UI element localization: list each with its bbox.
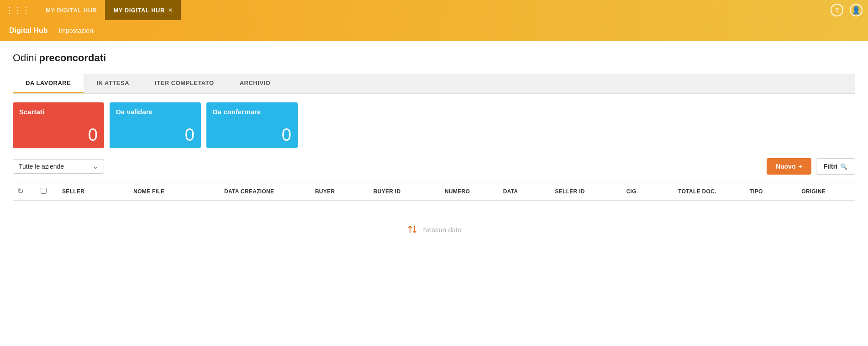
card-scartati[interactable]: Scartati 0 — [13, 102, 104, 148]
th-origine: ORIGINE — [797, 182, 855, 201]
card-da-confermare-label: Da confermare — [213, 108, 291, 116]
card-da-confermare-count: 0 — [213, 126, 291, 144]
card-da-validare-count: 0 — [116, 126, 195, 144]
tab-inactive[interactable]: MY DIGITAL HUB — [37, 0, 105, 20]
th-checkbox — [36, 182, 58, 201]
data-table-container: ↻ SELLER NOME FILE DATA CREAZIONE — [13, 182, 855, 258]
table-body: Nessun dato — [13, 201, 855, 259]
th-buyerid: BUYER ID — [369, 182, 440, 201]
empty-message: Nessun dato — [423, 226, 461, 234]
th-data: DATA — [499, 182, 551, 201]
nuovo-button[interactable]: Nuovo + — [767, 158, 811, 175]
nav-bar: Digital Hub Impostazioni — [0, 20, 868, 41]
help-icon[interactable]: ? — [831, 4, 843, 16]
th-buyer: BUYER — [310, 182, 369, 201]
th-seller: SELLER — [58, 182, 129, 201]
chevron-down-icon: ⌄ — [93, 163, 98, 170]
sort-icon — [406, 224, 418, 235]
empty-state-row: Nessun dato — [13, 201, 855, 259]
nuovo-label: Nuovo — [776, 163, 796, 170]
filtri-button[interactable]: Filtri 🔍 — [816, 158, 855, 175]
toolbar: Tutte le aziende ⌄ Nuovo + Filtri 🔍 — [13, 158, 855, 175]
th-nomefile: NOME FILE — [129, 182, 220, 201]
empty-state: Nessun dato — [13, 201, 855, 258]
th-totaledoc: TOTALE DOC. — [673, 182, 745, 201]
tab-active-label: MY DIGITAL HUB — [113, 7, 164, 14]
card-da-validare[interactable]: Da validare 0 — [110, 102, 201, 148]
filtri-label: Filtri — [824, 163, 837, 170]
th-cig: CIG — [622, 182, 674, 201]
select-all-checkbox[interactable] — [41, 188, 47, 194]
tab-da-lavorare[interactable]: DA LAVORARE — [13, 74, 84, 93]
tab-archivio[interactable]: ARCHIVIO — [227, 74, 284, 93]
cards-area: Scartati 0 Da validare 0 Da confermare 0 — [13, 94, 855, 158]
card-scartati-label: Scartati — [19, 108, 98, 116]
toolbar-right: Nuovo + Filtri 🔍 — [767, 158, 855, 175]
top-bar: ⋮⋮⋮ MY DIGITAL HUB MY DIGITAL HUB × ? 👤 — [0, 0, 868, 20]
grid-icon[interactable]: ⋮⋮⋮ — [5, 5, 30, 15]
card-scartati-count: 0 — [19, 126, 98, 144]
search-icon: 🔍 — [840, 163, 847, 170]
tabs-bar: DA LAVORARE IN ATTESA ITER COMPLETATO AR… — [13, 74, 855, 94]
tab-in-attesa[interactable]: IN ATTESA — [84, 74, 142, 93]
page-title-normal: Odini — [13, 52, 36, 64]
top-bar-right: ? 👤 — [831, 4, 863, 16]
company-select[interactable]: Tutte le aziende ⌄ — [13, 159, 104, 174]
th-sellerid: SELLER ID — [550, 182, 621, 201]
th-datacreazione: DATA CREAZIONE — [220, 182, 310, 201]
card-da-validare-label: Da validare — [116, 108, 195, 116]
th-numero: NUMERO — [440, 182, 499, 201]
refresh-icon[interactable]: ↻ — [17, 187, 23, 196]
card-da-confermare[interactable]: Da confermare 0 — [206, 102, 298, 148]
tab-active[interactable]: MY DIGITAL HUB × — [105, 0, 180, 20]
plus-icon: + — [798, 163, 802, 170]
tab-inactive-label: MY DIGITAL HUB — [46, 7, 97, 14]
tab-close-icon[interactable]: × — [168, 6, 173, 14]
main-content: Odini preconcordati DA LAVORARE IN ATTES… — [0, 41, 868, 346]
tab-iter-completato[interactable]: ITER COMPLETATO — [142, 74, 227, 93]
th-tipo: TIPO — [745, 182, 797, 201]
page-title: Odini preconcordati — [13, 52, 855, 64]
company-select-label: Tutte le aziende — [19, 163, 64, 170]
data-table: ↻ SELLER NOME FILE DATA CREAZIONE — [13, 182, 855, 258]
nav-impostazioni[interactable]: Impostazioni — [58, 27, 95, 34]
user-icon[interactable]: 👤 — [850, 4, 863, 16]
nav-title[interactable]: Digital Hub — [9, 27, 47, 35]
th-refresh: ↻ — [13, 182, 36, 201]
table-header-row: ↻ SELLER NOME FILE DATA CREAZIONE — [13, 182, 855, 201]
page-title-bold: preconcordati — [39, 52, 106, 64]
